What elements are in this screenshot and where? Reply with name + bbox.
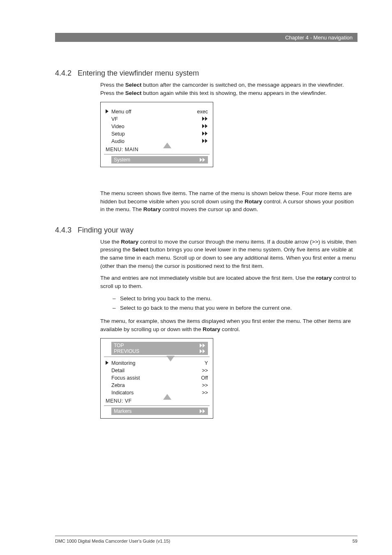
menu-item-value: Off xyxy=(191,375,208,381)
section-number: 4.4.3 xyxy=(55,226,78,235)
menu-item-row: Indicators>> xyxy=(101,389,213,396)
vf-menu-screenshot: TOP PREVIOUS MonitoringYDetail>>Focus as… xyxy=(100,338,213,419)
menu-item-row: Menu offexec xyxy=(101,108,213,115)
menu-item-value: >> xyxy=(191,382,208,388)
page-footer: DMC 1000 Digital Media Camcorder User's … xyxy=(55,536,357,543)
list-item: Select to go back to the menu that you w… xyxy=(113,304,357,313)
menu-item-label: Menu off xyxy=(111,109,191,115)
menu-item-value xyxy=(191,124,208,129)
menu-item-row: Focus assistOff xyxy=(101,374,213,382)
menu-item-value: >> xyxy=(191,368,208,373)
scroll-arrow-icon xyxy=(163,394,171,400)
menu-item-label: Zebra xyxy=(111,382,191,388)
list-item: Select to bring you back to the menu. xyxy=(113,294,357,304)
menu-item-value: exec xyxy=(191,109,208,115)
bullet-list: Select to bring you back to the menu. Se… xyxy=(100,294,357,313)
section2-p1: Use the Rotary control to move the curso… xyxy=(100,238,357,270)
section1-p1: Press the Select button after the camcor… xyxy=(100,81,357,97)
menu-item-label: Video xyxy=(111,124,191,129)
menu-item-label: Focus assist xyxy=(111,375,191,381)
section-number: 4.4.2 xyxy=(55,69,78,78)
menu-item-label: Indicators xyxy=(111,390,191,396)
menu-item-value: >> xyxy=(191,390,208,396)
menu-item-label: Detail xyxy=(111,368,191,373)
section-title: Finding your way xyxy=(78,226,134,235)
menu-item-value xyxy=(191,138,208,144)
section-442: 4.4.2 Entering the viewfinder menu syste… xyxy=(55,69,357,214)
menu-item-label: Audio xyxy=(111,138,191,144)
header-bar: Chapter 4 - Menu navigation xyxy=(55,33,357,42)
section2-p2: The and entries are not immediately visi… xyxy=(100,274,357,290)
menu-title-row: MENU: MAIN xyxy=(101,145,213,154)
fast-forward-icon xyxy=(200,409,205,413)
menu-item-row: Audio xyxy=(101,138,213,145)
footer-page-number: 59 xyxy=(353,539,357,543)
fast-forward-icon xyxy=(200,343,205,348)
cursor-icon xyxy=(106,109,111,115)
menu-item-value: Y xyxy=(191,360,208,366)
menu-below-item: System xyxy=(111,156,208,164)
section1-p2: The menu screen shows five items. The na… xyxy=(100,189,357,214)
menu-item-row: Video xyxy=(101,123,213,130)
scroll-arrow-icon xyxy=(166,356,175,362)
menu-item-row: Detail>> xyxy=(101,367,213,374)
section-title: Entering the viewfinder menu system xyxy=(78,69,199,78)
cursor-icon xyxy=(106,360,111,366)
fast-forward-icon xyxy=(200,158,205,162)
fast-forward-icon xyxy=(200,349,205,353)
section-443: 4.4.3 Finding your way Use the Rotary co… xyxy=(55,226,357,419)
section2-p3: The menu, for example, shows the items d… xyxy=(100,317,357,333)
menu-item-label: Setup xyxy=(111,131,191,137)
menu-item-row: Zebra>> xyxy=(101,382,213,389)
menu-item-row: MonitoringY xyxy=(101,359,213,367)
chapter-label: Chapter 4 - Menu navigation xyxy=(285,35,353,41)
footer-left: DMC 1000 Digital Media Camcorder User's … xyxy=(55,539,170,543)
menu-item-value xyxy=(191,116,208,122)
page-content: 4.4.2 Entering the viewfinder menu syste… xyxy=(55,69,357,431)
menu-title-row: MENU: VF xyxy=(101,396,213,405)
menu-item-value xyxy=(191,131,208,137)
main-menu-screenshot: Menu offexecVFVideoSetupAudio MENU: MAIN… xyxy=(100,102,213,167)
menu-item-row: VF xyxy=(101,115,213,123)
menu-item-label: VF xyxy=(111,116,191,122)
menu-item-row: Setup xyxy=(101,130,213,138)
menu-above-items: TOP PREVIOUS xyxy=(111,342,208,355)
menu-item-label: Monitoring xyxy=(111,360,191,366)
scroll-arrow-icon xyxy=(163,143,171,148)
menu-below-item: Markers xyxy=(111,408,208,415)
